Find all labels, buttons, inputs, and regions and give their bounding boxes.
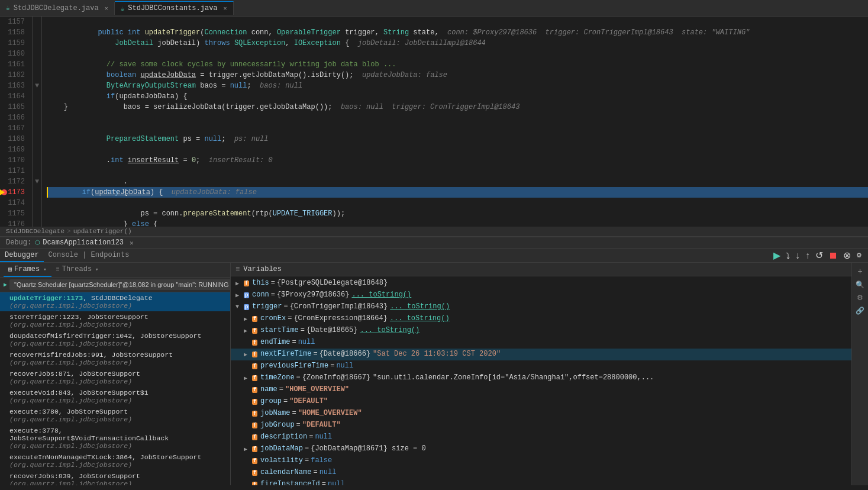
frame-item-10[interactable]: recoverJobs:839, JobStoreSupport (org.qu… bbox=[0, 470, 230, 485]
var-description[interactable]: ▶ f description = null bbox=[231, 431, 851, 443]
thread-dropdown[interactable]: "Quartz Scheduler [quartzScheduler]"@18,… bbox=[9, 279, 231, 290]
tab-close-2[interactable]: ✕ bbox=[224, 5, 227, 12]
ln-1161: 1161 bbox=[0, 59, 27, 70]
var-cronEx[interactable]: ▶ f cronEx = {CronExpression@18664} ... … bbox=[231, 313, 851, 325]
frames-threads-tabs: ▤ Frames ▾ ≡ Threads ▾ bbox=[0, 263, 230, 278]
var-group[interactable]: ▶ f group = "DEFAULT" bbox=[231, 396, 851, 408]
var-conn[interactable]: ▶ p conn = {$Proxy297@18636} ... toStrin… bbox=[231, 289, 851, 301]
var-timeZone-expand[interactable]: ▶ bbox=[244, 375, 252, 382]
frame-item-2[interactable]: storeTrigger:1223, JobStoreSupport (org.… bbox=[0, 311, 230, 330]
var-startTime-icon: f bbox=[252, 326, 260, 334]
var-timeZone[interactable]: ▶ f timeZone = {ZoneInfo@18667} "sun.uti… bbox=[231, 372, 851, 384]
settings-debug-button[interactable]: ⚙ bbox=[854, 250, 864, 260]
line-numbers: 1157 1158 1159 1160 1161 1162 1163 1164 … bbox=[0, 17, 33, 227]
step-over-button[interactable]: ⤵ bbox=[783, 250, 792, 262]
var-cronEx-expand[interactable]: ▶ bbox=[244, 315, 252, 323]
debug-panel: Debug: ⬡ DcamsApplication123 ✕ Debugger … bbox=[0, 237, 868, 485]
variables-title: Variables bbox=[243, 265, 282, 273]
var-name[interactable]: ▶ f name = "HOME_OVERVIEW" bbox=[231, 384, 851, 396]
var-add-button[interactable]: + bbox=[854, 265, 866, 277]
var-this-icon: f bbox=[244, 279, 252, 287]
ln-1165: 1165 bbox=[0, 102, 27, 112]
debug-session-close[interactable]: ✕ bbox=[130, 239, 134, 247]
frame-item-9[interactable]: executeInNonManagedTXLock:3864, JobStore… bbox=[0, 452, 230, 470]
ln-1174: 1174 bbox=[0, 198, 27, 208]
var-conn-icon: p bbox=[244, 291, 252, 299]
frame-item-6[interactable]: executeVoid:843, JobStoreSupport$1 (org.… bbox=[0, 387, 230, 406]
var-trigger-link[interactable]: ... toString() bbox=[390, 302, 450, 311]
var-volatility[interactable]: ▶ f volatility = false bbox=[231, 455, 851, 467]
java-icon: ☕ bbox=[6, 4, 10, 12]
var-startTime[interactable]: ▶ f startTime = {Date@18665} ... toStrin… bbox=[231, 325, 851, 337]
ln-1175: 1175 bbox=[0, 208, 27, 219]
tab-console[interactable]: Console | Endpoints bbox=[44, 249, 134, 262]
var-jobName[interactable]: ▶ f jobName = "HOME_OVERVIEW" bbox=[231, 408, 851, 420]
tab-close-1[interactable]: ✕ bbox=[105, 5, 108, 12]
var-trigger[interactable]: ▼ p trigger = {CronTriggerImpl@18643} ..… bbox=[231, 301, 851, 313]
mute-button[interactable]: ⊗ bbox=[841, 249, 853, 262]
ln-1173[interactable]: 1173 bbox=[0, 187, 27, 198]
editor-tab-bar: ☕ StdJDBCDelegate.java ✕ ☕ StdJDBCConsta… bbox=[0, 0, 868, 17]
var-jobGroup[interactable]: ▶ f jobGroup = "DEFAULT" bbox=[231, 420, 851, 431]
step-into-button[interactable]: ↓ bbox=[793, 249, 802, 262]
tab-frames[interactable]: ▤ Frames ▾ bbox=[4, 263, 51, 277]
var-jobDataMap[interactable]: ▶ f jobDataMap = {JobDataMap@18671} size… bbox=[231, 443, 851, 455]
code-line-1176: ps = conn.prepareStatement(rtp(UPDATE_TR… bbox=[47, 219, 868, 227]
step-out-button[interactable]: ↑ bbox=[803, 249, 812, 262]
var-nextFireTime[interactable]: ▶ f nextFireTime = {Date@18666} "Sat Dec… bbox=[231, 349, 851, 360]
thread-running-icon: ▶ bbox=[4, 281, 7, 288]
debug-tabs: Debugger Console | Endpoints ▶ ⤵ ↓ ↑ ↺ ⏹… bbox=[0, 249, 868, 263]
var-link-button[interactable]: 🔗 bbox=[854, 305, 866, 316]
var-endTime[interactable]: ▶ f endTime = null bbox=[231, 337, 851, 349]
ln-1163: 1163 bbox=[0, 80, 27, 91]
var-trigger-expand[interactable]: ▼ bbox=[235, 304, 244, 310]
tab-StdJDBCDelegate[interactable]: ☕ StdJDBCDelegate.java ✕ bbox=[0, 2, 115, 15]
ln-1164: 1164 bbox=[0, 91, 27, 102]
tab-threads[interactable]: ≡ Threads ▾ bbox=[51, 263, 104, 277]
var-startTime-expand[interactable]: ▶ bbox=[244, 327, 252, 334]
var-cronEx-link[interactable]: ... toString() bbox=[390, 314, 450, 323]
code-line-1174: ps = conn.prepareStatement(rtp(UPDATE_TR… bbox=[47, 198, 868, 208]
var-nextFireTime-expand[interactable]: ▶ bbox=[244, 351, 252, 358]
debug-run-controls: ▶ ⤵ ↓ ↑ ↺ ⏹ ⊗ ⚙ bbox=[767, 249, 868, 262]
var-group-icon: f bbox=[252, 397, 260, 405]
frame-item-5[interactable]: recoverJobs:871, JobStoreSupport (org.qu… bbox=[0, 368, 230, 387]
frames-list: updateTrigger:1173, StdJDBCDelegate (org… bbox=[0, 292, 230, 485]
rerun-button[interactable]: ↺ bbox=[813, 249, 825, 262]
var-this-expand[interactable]: ▶ bbox=[235, 280, 244, 287]
tab-StdJDBCConstants[interactable]: ☕ StdJDBCConstants.java ✕ bbox=[115, 1, 234, 15]
code-line-1172: try { bbox=[47, 176, 868, 187]
frame-item-8[interactable]: execute:3778, JobStoreSupport$VoidTransa… bbox=[0, 425, 230, 452]
frame-item-3[interactable]: doUpdateOfMisfiredTrigger:1042, JobStore… bbox=[0, 330, 230, 349]
var-fireInstanceId[interactable]: ▶ f fireInstanceId = null bbox=[231, 479, 851, 485]
var-startTime-link[interactable]: ... toString() bbox=[360, 326, 420, 334]
resume-button[interactable]: ▶ bbox=[771, 249, 783, 262]
frame-item-4[interactable]: recoverMisfiredJobs:991, JobStoreSupport… bbox=[0, 349, 230, 368]
var-this[interactable]: ▶ f this = {PostgreSQLDelegate@18648} bbox=[231, 278, 851, 289]
var-description-icon: f bbox=[252, 433, 260, 441]
ln-1162: 1162 bbox=[0, 70, 27, 80]
ln-1168: 1168 bbox=[0, 134, 27, 144]
var-conn-expand[interactable]: ▶ bbox=[235, 292, 244, 299]
frame-item-7[interactable]: execute:3780, JobStoreSupport (org.quart… bbox=[0, 406, 230, 425]
var-jobDataMap-icon: f bbox=[252, 444, 260, 453]
var-previousFireTime[interactable]: ▶ f previousFireTime = null bbox=[231, 360, 851, 372]
var-settings-button[interactable]: ⚙ bbox=[854, 292, 866, 303]
variables-icon: ≡ bbox=[235, 265, 240, 273]
variables-header: ≡ Variables bbox=[231, 263, 851, 276]
frame-item-1[interactable]: updateTrigger:1173, StdJDBCDelegate (org… bbox=[0, 292, 230, 311]
tab-debugger[interactable]: Debugger bbox=[0, 249, 44, 262]
debug-session[interactable]: ⬡ DcamsApplication123 ✕ bbox=[35, 238, 133, 247]
tab-label-2: StdJDBCConstants.java bbox=[128, 4, 217, 12]
ln-1158: 1158 bbox=[0, 27, 27, 38]
stop-button[interactable]: ⏹ bbox=[826, 249, 840, 262]
var-calendarName[interactable]: ▶ f calendarName = null bbox=[231, 467, 851, 479]
debug-session-icon: ⬡ bbox=[35, 239, 40, 246]
variables-list: ▶ f this = {PostgreSQLDelegate@18648} ▶ … bbox=[231, 276, 851, 485]
var-jobDataMap-expand[interactable]: ▶ bbox=[244, 446, 252, 453]
threads-icon: ≡ bbox=[56, 266, 60, 273]
var-inspect-button[interactable]: 🔍 bbox=[854, 279, 866, 290]
threads-arrow: ▾ bbox=[95, 266, 98, 273]
code-line-1157: public int updateTrigger(Connection conn… bbox=[47, 17, 868, 27]
var-conn-link[interactable]: ... toString() bbox=[351, 291, 411, 299]
